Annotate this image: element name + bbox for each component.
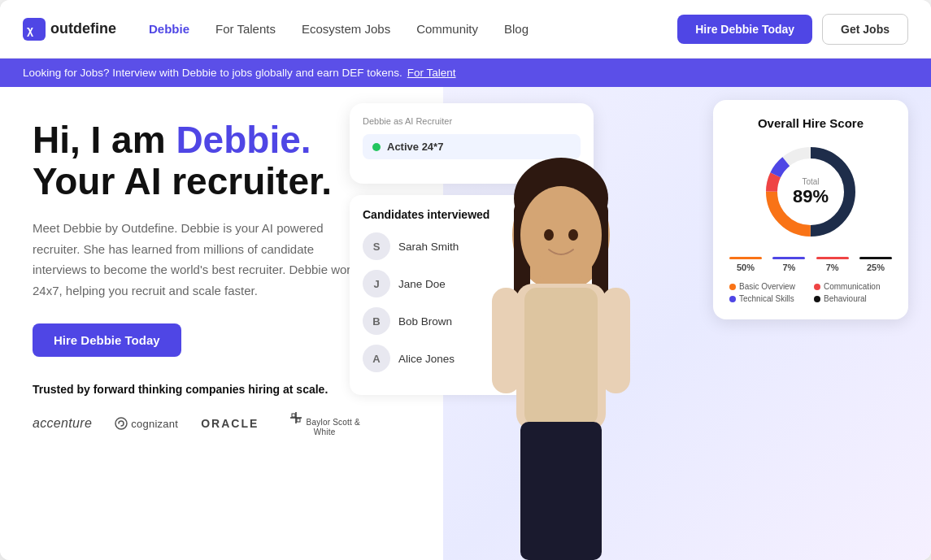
candidate-name-sarah: Sarah Smith [398, 241, 459, 253]
person-image [455, 137, 667, 560]
legend-label-basic: Basic Overview [739, 282, 795, 291]
oracle-logo: ORACLE [201, 417, 259, 430]
nav-buttons: Hire Debbie Today Get Jobs [677, 14, 908, 45]
bar-technical-val: 7% [782, 263, 795, 272]
baylor-icon [289, 410, 303, 425]
banner-text: Looking for Jobs? Interview with Debbie … [23, 67, 402, 79]
bar-communication-line [816, 257, 849, 259]
ai-panel-label: Debbie as AI Recruiter [363, 116, 581, 126]
score-legend: Basic Overview Communication Technical S… [729, 282, 892, 303]
score-panel-title: Overall Hire Score [729, 116, 892, 130]
candidate-name-alice: Alice Jones [398, 353, 455, 365]
svg-point-2 [115, 418, 127, 429]
bar-behavioural-val: 25% [867, 263, 885, 272]
announcement-banner: Looking for Jobs? Interview with Debbie … [0, 59, 931, 87]
nav-link-for-talents[interactable]: For Talents [215, 22, 276, 36]
legend-dot-technical [729, 296, 736, 302]
score-bar-basic: 50% [729, 254, 762, 272]
baylor-logo: Baylor Scott & White [281, 410, 368, 436]
nav-link-community[interactable]: Community [416, 22, 478, 36]
banner-link[interactable]: For Talent [407, 67, 456, 79]
svg-rect-12 [524, 288, 598, 426]
legend-communication: Communication [814, 282, 892, 291]
cognizant-icon [115, 417, 128, 430]
bar-basic-val: 50% [737, 263, 755, 272]
hero-section: Hi, I am Debbie.Your AI recruiter. Meet … [0, 87, 390, 560]
company-logos: accenture cognizant ORACLE Baylor Scott … [33, 410, 368, 436]
svg-point-17 [568, 229, 578, 241]
person-illustration [455, 137, 667, 560]
hero-title: Hi, I am Debbie.Your AI recruiter. [33, 119, 368, 202]
logo[interactable]: χ outdefine [23, 18, 116, 41]
svg-rect-3 [292, 414, 295, 417]
bar-communication-val: 7% [826, 263, 839, 272]
trusted-companies-label: Trusted by forward thinking companies hi… [33, 383, 368, 396]
svg-point-10 [520, 186, 602, 284]
candidate-name-jane: Jane Doe [398, 278, 446, 290]
nav-link-ecosystem-jobs[interactable]: Ecosystem Jobs [302, 22, 390, 36]
score-bar-behavioural: 25% [859, 254, 892, 272]
score-bars: 50% 7% 7% 25% [729, 254, 892, 272]
logo-icon: χ [23, 18, 46, 41]
legend-label-technical: Technical Skills [739, 294, 794, 303]
cognizant-logo: cognizant [115, 417, 178, 430]
bar-technical-line [772, 257, 805, 259]
hero-description: Meet Debbie by Outdefine. Debbie is your… [33, 218, 368, 301]
svg-rect-14 [602, 288, 630, 393]
svg-rect-13 [492, 288, 520, 393]
hero-title-line2: Your AI recruiter. [33, 160, 332, 202]
score-bar-technical: 7% [772, 254, 805, 272]
score-bar-communication: 7% [816, 254, 849, 272]
donut-center: Total 89% [793, 177, 829, 207]
legend-label-behavioural: Behavioural [824, 294, 867, 303]
legend-behavioural: Behavioural [814, 294, 892, 303]
donut-percentage: 89% [793, 186, 829, 207]
svg-rect-4 [297, 419, 300, 422]
overall-hire-score-panel: Overall Hire Score Total 89% [713, 100, 908, 319]
get-jobs-button[interactable]: Get Jobs [822, 14, 908, 45]
accenture-logo: accenture [33, 416, 92, 431]
svg-point-16 [544, 229, 554, 241]
nav-link-blog[interactable]: Blog [504, 22, 529, 36]
nav-links: Debbie For Talents Ecosystem Jobs Commun… [149, 22, 677, 36]
avatar-alice: A [363, 345, 390, 372]
legend-basic-overview: Basic Overview [729, 282, 807, 291]
legend-dot-communication [814, 284, 820, 290]
legend-technical-skills: Technical Skills [729, 294, 807, 303]
bar-behavioural-line [859, 257, 892, 259]
hero-cta-button[interactable]: Hire Debbie Today [33, 323, 181, 357]
nav-link-debbie[interactable]: Debbie [149, 22, 189, 36]
legend-label-communication: Communication [824, 282, 880, 291]
main-content: Hi, I am Debbie.Your AI recruiter. Meet … [0, 87, 931, 560]
logo-text: outdefine [50, 20, 116, 37]
legend-dot-behavioural [814, 296, 820, 302]
hero-name: Debbie. [176, 119, 311, 161]
legend-dot-basic [729, 284, 736, 290]
avatar-sarah: S [363, 232, 390, 260]
active-indicator [372, 143, 381, 151]
score-bar-row: 50% 7% 7% 25% [729, 254, 892, 272]
bar-basic-line [729, 257, 762, 259]
svg-text:χ: χ [27, 24, 33, 37]
donut-chart: Total 89% [762, 143, 859, 241]
donut-total-label: Total [793, 177, 829, 186]
avatar-jane: J [363, 270, 390, 297]
active-text: Active 24*7 [387, 141, 443, 153]
navbar: χ outdefine Debbie For Talents Ecosystem… [0, 0, 931, 59]
svg-rect-15 [520, 422, 602, 560]
avatar-bob: B [363, 307, 390, 335]
hire-debbie-button[interactable]: Hire Debbie Today [677, 15, 812, 44]
candidate-name-bob: Bob Brown [398, 315, 452, 328]
